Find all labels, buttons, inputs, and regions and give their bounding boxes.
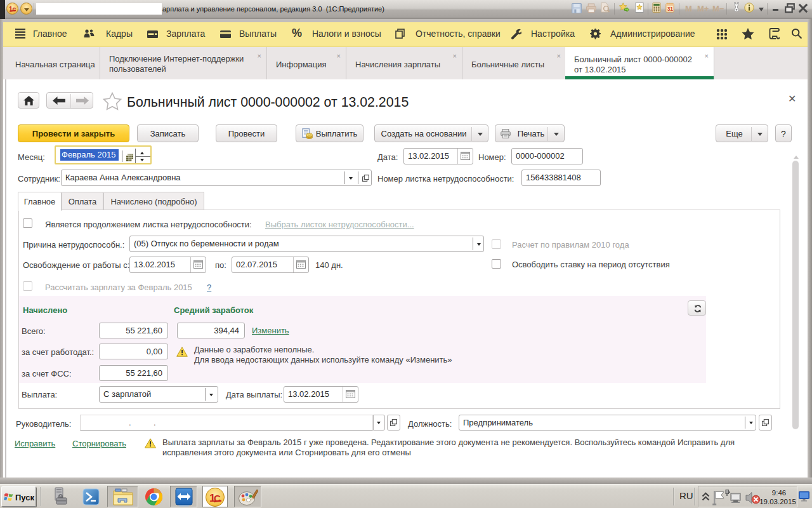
svg-text:31: 31 [667, 6, 674, 12]
